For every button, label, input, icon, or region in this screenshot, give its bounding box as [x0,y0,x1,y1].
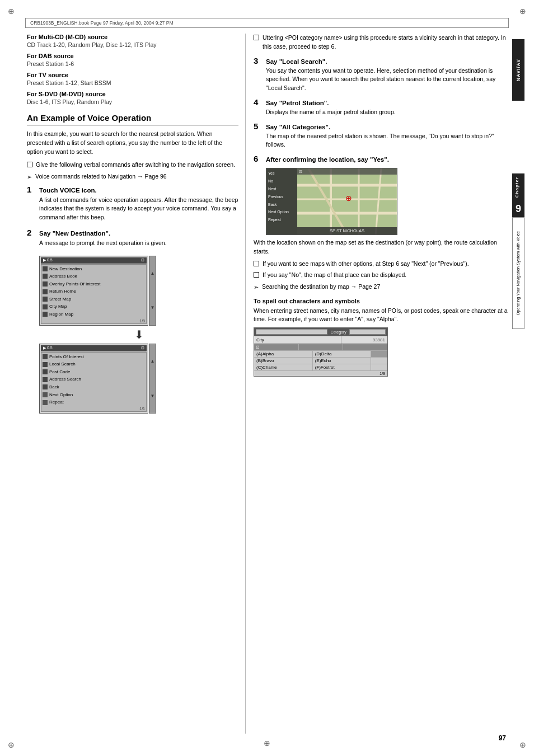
svg-line-5 [376,168,381,235]
step-3: 3 Say "Local Search". You say the conten… [254,56,509,93]
screen1-item-2: Address Book [49,273,77,280]
screen1-page: 1/8 [43,319,145,323]
screen2-row-2: Local Search [43,360,145,368]
step-5-title: Say "All Categories". [266,124,330,130]
screen2-row-3: Post Code [43,368,145,376]
scroll-down-icon-2: ▼ [151,393,155,398]
step-2-desc: A message to prompt the next operation i… [39,239,238,248]
screen1-icon-4 [43,289,48,294]
source-dab: For DAB source Preset Station 1-6 [27,53,238,67]
screen2: ▶ 0.5 ⊡ Points Of Interest Local Search [39,344,148,414]
source-mcd-desc: CD Track 1-20, Random Play, Disc 1-12, I… [27,41,238,48]
spell-category-label: Category [329,330,348,334]
screen1-icon-7 [43,312,48,317]
spell-scrollbar-1[interactable] [371,351,387,357]
bullet-aftermap-3: ➢ Searching the destination by map → Pag… [254,283,509,292]
screen2-topbar: ▶ 0.5 ⊡ [41,345,147,351]
scroll-down-icon: ▼ [151,305,155,310]
source-mcd-title: For Multi-CD (M-CD) source [27,34,238,40]
spell-cell-alpha: (A)Alpha [254,351,313,357]
bullet-aftermap-3-text: Searching the destination by map → Page … [262,283,380,292]
map-panel-item-back: Back [266,201,297,209]
bullet-aftermap-1-text: If you want to see maps with other optio… [263,260,469,269]
screen2-row-4: Address Search [43,375,145,383]
bullet-arrow-icon: ➢ [27,172,32,182]
source-mcd: For Multi-CD (M-CD) source CD Track 1-20… [27,34,238,48]
screen1-icon-1 [43,266,48,271]
main-content: For Multi-CD (M-CD) source CD Track 1-20… [27,34,509,734]
spell-cell-bravo: (B)Bravo [254,358,313,364]
screen2-row-6: Next Option [43,391,145,399]
bullet-poi-icon [254,35,259,40]
spell-scrollbar-3 [371,364,387,370]
screen1-item-4: Return Home [49,288,76,295]
step-6-header: 6 After confirming the location, say "Ye… [254,154,509,163]
screen2-icon-2 [43,362,48,367]
step-3-num: 3 [254,56,263,65]
bullet-aftermap-2: If you say "No", the map of that place c… [254,271,509,280]
step-5: 5 Say "All Categories". The map of the n… [254,121,509,150]
reg-mark-bl: ⊕ [6,739,17,750]
map-panel-item-nextoption: Next Option [266,208,297,216]
map-bottom-bar: SP ST NICHOLAS [297,227,397,234]
bullet-poi: Uttering <POI category name> using this … [254,34,509,51]
map-image: Yes No Next Previous Back Next Option Re… [266,168,397,235]
step-1-num: 1 [27,185,36,194]
screen2-topbar-text: ▶ 0.5 [43,346,53,350]
spell-scrollbar-2 [371,358,387,364]
scroll-up-icon-2: ▲ [151,359,155,364]
screen2-icon-6 [43,392,48,397]
screen1-scrollbar[interactable]: ▲ ▼ [149,256,156,326]
screen1-item-1: New Destination [49,265,82,273]
map-topbar-icon: ⊡ [299,170,302,174]
screen1-topbar: ▶ 0.5 ⊡ [41,257,147,264]
screen1-icon-5 [43,297,48,302]
source-sdvd-title: For S-DVD (M-DVD) source [27,91,238,97]
step-6-desc: With the location shown on the map set a… [254,238,509,256]
reg-mark-br: ⊕ [517,739,528,750]
spell-city-label: City [254,336,341,344]
section-intro: In this example, you want to search for … [27,130,238,156]
screen2-scrollbar[interactable]: ▲ ▼ [149,344,156,414]
bullet-verbal-text: Give the following verbal commands after… [36,161,235,170]
screen1-row-6: City Map [43,303,145,311]
spell-name-input[interactable] [256,329,327,335]
chapter-tab: Chapter 9 Operating Your Navigation Syst… [512,173,524,329]
step-1-desc: A list of commands for voice operation a… [39,196,238,222]
spell-cat-input[interactable] [349,329,386,335]
reg-mark-tl: ⊕ [6,6,17,17]
screen2-page: 1/1 [43,407,145,411]
step-6-title: After confirming the location, say "Yes"… [266,156,389,163]
step-5-header: 5 Say "All Categories". [254,121,509,131]
spell-cell-foxtrot: (F)Foxtrot [313,364,372,370]
step-5-desc: The map of the nearest petrol station is… [266,132,509,150]
step-1-title: Touch VOICE icon. [39,187,97,194]
scroll-up-icon: ▲ [151,271,155,276]
step-1-header: 1 Touch VOICE icon. [27,185,238,194]
step-1: 1 Touch VOICE icon. A list of commands f… [27,185,238,222]
screen2-item-3: Post Code [49,368,70,376]
bullet-aftermap-2-text: If you say "No", the map of that place c… [263,271,406,280]
source-sdvd-desc: Disc 1-6, ITS Play, Random Play [27,98,238,105]
spell-city-row: City 93981 [254,336,387,344]
screen2-row-1: Points Of Interest [43,353,145,361]
map-panel-item-no: No [266,177,297,185]
map-label: SP ST NICHOLAS [330,228,364,233]
spell-header-col2 [299,344,344,350]
spell-cell-echo: (E)Echo [313,358,372,364]
screen1-item-6: City Map [49,303,67,311]
step-5-num: 5 [254,121,263,131]
map-location-pin: ⊕ [345,194,352,203]
right-column: Uttering <POI category name> using this … [246,34,509,734]
header-bar: CRB1903B_ENGLISH.book Page 97 Friday, Ap… [25,18,509,28]
map-panel-item-yes: Yes [266,170,297,177]
screen1-icon-6 [43,304,48,309]
step-2-num: 2 [27,228,36,237]
spell-desc: When entering street names, city names, … [254,307,509,325]
spell-row-3: (C)Charlie (F)Foxtrot [254,364,387,370]
map-topbar: ⊡ [297,168,397,175]
chapter-label: Chapter [512,173,524,201]
screen1-row-5: Street Map [43,295,145,303]
navi-av-sidebar: NAVI/AV [512,39,524,101]
source-sdvd: For S-DVD (M-DVD) source Disc 1-6, ITS P… [27,91,238,105]
